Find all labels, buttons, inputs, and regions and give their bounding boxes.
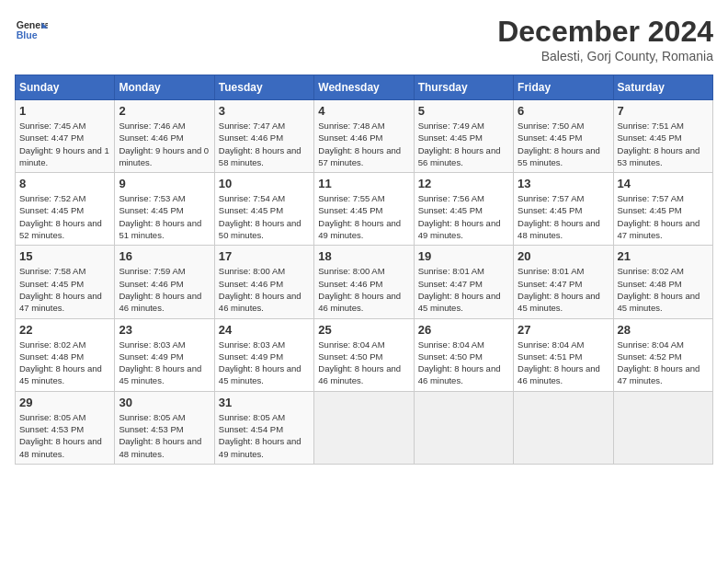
header-cell-saturday: Saturday: [613, 75, 712, 100]
day-number: 9: [119, 177, 210, 190]
day-detail: Sunrise: 8:05 AMSunset: 4:54 PMDaylight:…: [219, 411, 310, 460]
day-detail: Sunrise: 7:46 AMSunset: 4:46 PMDaylight:…: [119, 120, 210, 168]
day-number: 8: [19, 177, 110, 190]
day-cell: 27Sunrise: 8:04 AMSunset: 4:51 PMDayligh…: [514, 318, 613, 391]
day-number: 7: [618, 104, 709, 118]
day-cell: 31Sunrise: 8:05 AMSunset: 4:54 PMDayligh…: [214, 391, 313, 464]
day-detail: Sunrise: 8:04 AMSunset: 4:50 PMDaylight:…: [418, 339, 509, 387]
day-cell: 8Sunrise: 7:52 AMSunset: 4:45 PMDaylight…: [16, 173, 115, 246]
day-number: 25: [318, 323, 409, 337]
day-number: 4: [318, 104, 409, 118]
day-number: 14: [618, 177, 709, 190]
day-number: 29: [19, 396, 110, 409]
day-detail: Sunrise: 8:04 AMSunset: 4:52 PMDaylight:…: [618, 339, 709, 387]
day-cell: 13Sunrise: 7:57 AMSunset: 4:45 PMDayligh…: [514, 173, 613, 246]
day-cell: 3Sunrise: 7:47 AMSunset: 4:46 PMDaylight…: [214, 100, 313, 173]
day-number: 5: [418, 104, 509, 118]
day-detail: Sunrise: 7:49 AMSunset: 4:45 PMDaylight:…: [418, 120, 509, 168]
day-cell: 2Sunrise: 7:46 AMSunset: 4:46 PMDaylight…: [115, 100, 214, 173]
week-row-1: 1Sunrise: 7:45 AMSunset: 4:47 PMDaylight…: [16, 100, 713, 173]
day-cell: 1Sunrise: 7:45 AMSunset: 4:47 PMDaylight…: [16, 100, 115, 173]
day-detail: Sunrise: 8:02 AMSunset: 4:48 PMDaylight:…: [618, 265, 709, 314]
day-cell: 9Sunrise: 7:53 AMSunset: 4:45 PMDaylight…: [115, 173, 214, 246]
day-number: 18: [318, 249, 409, 263]
day-cell: 7Sunrise: 7:51 AMSunset: 4:45 PMDaylight…: [613, 100, 712, 173]
day-number: 15: [19, 249, 110, 263]
day-detail: Sunrise: 7:51 AMSunset: 4:45 PMDaylight:…: [618, 120, 709, 168]
day-number: 6: [518, 104, 609, 118]
day-cell: 14Sunrise: 7:57 AMSunset: 4:45 PMDayligh…: [613, 173, 712, 246]
day-detail: Sunrise: 8:02 AMSunset: 4:48 PMDaylight:…: [19, 339, 110, 387]
day-detail: Sunrise: 8:05 AMSunset: 4:53 PMDaylight:…: [19, 411, 110, 460]
day-number: 2: [119, 104, 210, 118]
day-detail: Sunrise: 7:52 AMSunset: 4:45 PMDaylight:…: [19, 192, 110, 241]
day-detail: Sunrise: 7:45 AMSunset: 4:47 PMDaylight:…: [19, 120, 110, 168]
day-detail: Sunrise: 8:04 AMSunset: 4:51 PMDaylight:…: [518, 339, 609, 387]
day-detail: Sunrise: 7:57 AMSunset: 4:45 PMDaylight:…: [618, 192, 709, 241]
day-detail: Sunrise: 8:00 AMSunset: 4:46 PMDaylight:…: [219, 265, 310, 314]
day-number: 11: [318, 177, 409, 190]
day-cell: [414, 391, 513, 464]
day-number: 19: [418, 249, 509, 263]
header-cell-monday: Monday: [115, 75, 214, 100]
day-number: 1: [19, 104, 110, 118]
day-cell: 24Sunrise: 8:03 AMSunset: 4:49 PMDayligh…: [214, 318, 313, 391]
day-number: 23: [119, 323, 210, 337]
week-row-3: 15Sunrise: 7:58 AMSunset: 4:45 PMDayligh…: [16, 246, 713, 318]
day-number: 24: [219, 323, 310, 337]
day-number: 12: [418, 177, 509, 190]
day-cell: 25Sunrise: 8:04 AMSunset: 4:50 PMDayligh…: [314, 318, 414, 391]
day-cell: 18Sunrise: 8:00 AMSunset: 4:46 PMDayligh…: [314, 246, 414, 318]
day-cell: 28Sunrise: 8:04 AMSunset: 4:52 PMDayligh…: [613, 318, 712, 391]
day-number: 20: [518, 249, 609, 263]
day-cell: 23Sunrise: 8:03 AMSunset: 4:49 PMDayligh…: [115, 318, 214, 391]
day-detail: Sunrise: 8:03 AMSunset: 4:49 PMDaylight:…: [119, 339, 210, 387]
day-cell: 20Sunrise: 8:01 AMSunset: 4:47 PMDayligh…: [514, 246, 613, 318]
calendar-body: 1Sunrise: 7:45 AMSunset: 4:47 PMDaylight…: [16, 100, 713, 465]
day-detail: Sunrise: 7:48 AMSunset: 4:46 PMDaylight:…: [318, 120, 409, 168]
header-cell-wednesday: Wednesday: [314, 75, 414, 100]
day-detail: Sunrise: 8:04 AMSunset: 4:50 PMDaylight:…: [318, 339, 409, 387]
day-number: 26: [418, 323, 509, 337]
header-row: SundayMondayTuesdayWednesdayThursdayFrid…: [16, 75, 713, 100]
day-number: 16: [119, 249, 210, 263]
day-number: 27: [518, 323, 609, 337]
day-detail: Sunrise: 7:58 AMSunset: 4:45 PMDaylight:…: [19, 265, 110, 314]
logo-icon: General Blue: [15, 15, 48, 48]
day-cell: 6Sunrise: 7:50 AMSunset: 4:45 PMDaylight…: [514, 100, 613, 173]
day-cell: 11Sunrise: 7:55 AMSunset: 4:45 PMDayligh…: [314, 173, 414, 246]
day-detail: Sunrise: 8:03 AMSunset: 4:49 PMDaylight:…: [219, 339, 310, 387]
day-detail: Sunrise: 7:55 AMSunset: 4:45 PMDaylight:…: [318, 192, 409, 241]
location-subtitle: Balesti, Gorj County, Romania: [497, 49, 713, 63]
header: General Blue December 2024 Balesti, Gorj…: [15, 15, 713, 63]
header-cell-friday: Friday: [514, 75, 613, 100]
day-cell: [514, 391, 613, 464]
day-detail: Sunrise: 7:56 AMSunset: 4:45 PMDaylight:…: [418, 192, 509, 241]
day-cell: 16Sunrise: 7:59 AMSunset: 4:46 PMDayligh…: [115, 246, 214, 318]
day-cell: [314, 391, 414, 464]
logo: General Blue: [15, 15, 48, 48]
header-cell-sunday: Sunday: [16, 75, 115, 100]
day-cell: 10Sunrise: 7:54 AMSunset: 4:45 PMDayligh…: [214, 173, 313, 246]
day-detail: Sunrise: 8:00 AMSunset: 4:46 PMDaylight:…: [318, 265, 409, 314]
week-row-5: 29Sunrise: 8:05 AMSunset: 4:53 PMDayligh…: [16, 391, 713, 464]
day-cell: 4Sunrise: 7:48 AMSunset: 4:46 PMDaylight…: [314, 100, 414, 173]
day-number: 31: [219, 396, 310, 409]
day-number: 10: [219, 177, 310, 190]
day-number: 13: [518, 177, 609, 190]
day-number: 21: [618, 249, 709, 263]
day-detail: Sunrise: 7:54 AMSunset: 4:45 PMDaylight:…: [219, 192, 310, 241]
calendar-table: SundayMondayTuesdayWednesdayThursdayFrid…: [15, 75, 713, 465]
day-detail: Sunrise: 8:01 AMSunset: 4:47 PMDaylight:…: [518, 265, 609, 314]
title-section: December 2024 Balesti, Gorj County, Roma…: [497, 15, 713, 63]
day-number: 22: [19, 323, 110, 337]
svg-text:Blue: Blue: [17, 29, 38, 40]
day-detail: Sunrise: 7:53 AMSunset: 4:45 PMDaylight:…: [119, 192, 210, 241]
day-detail: Sunrise: 7:50 AMSunset: 4:45 PMDaylight:…: [518, 120, 609, 168]
day-number: 3: [219, 104, 310, 118]
week-row-4: 22Sunrise: 8:02 AMSunset: 4:48 PMDayligh…: [16, 318, 713, 391]
day-cell: 15Sunrise: 7:58 AMSunset: 4:45 PMDayligh…: [16, 246, 115, 318]
day-cell: [613, 391, 712, 464]
day-number: 28: [618, 323, 709, 337]
day-cell: 21Sunrise: 8:02 AMSunset: 4:48 PMDayligh…: [613, 246, 712, 318]
